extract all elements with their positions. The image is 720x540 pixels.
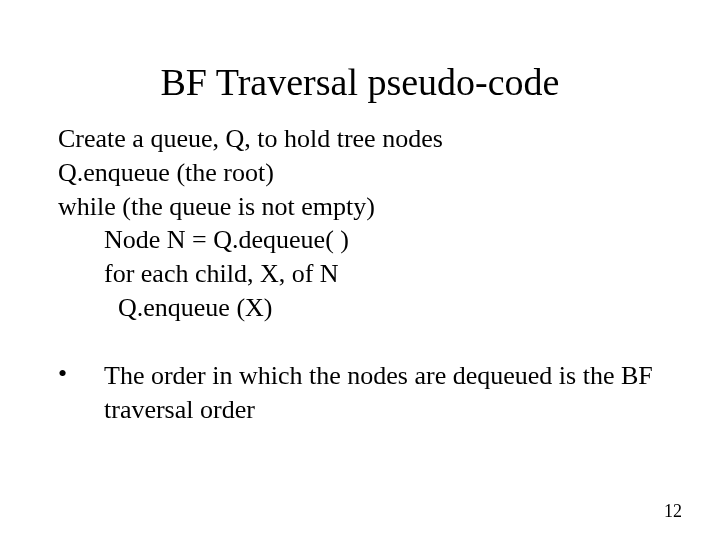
- code-line-2: Q.enqueue (the root): [58, 156, 662, 190]
- pseudo-code-block: Create a queue, Q, to hold tree nodes Q.…: [58, 122, 662, 325]
- slide-container: BF Traversal pseudo-code Create a queue,…: [0, 0, 720, 540]
- code-line-4: Node N = Q.dequeue( ): [58, 223, 662, 257]
- code-line-6: Q.enqueue (X): [58, 291, 662, 325]
- bullet-text: The order in which the nodes are dequeue…: [104, 359, 662, 427]
- page-number: 12: [664, 501, 682, 522]
- code-line-3: while (the queue is not empty): [58, 190, 662, 224]
- bullet-marker: •: [58, 359, 104, 389]
- slide-title: BF Traversal pseudo-code: [58, 60, 662, 104]
- code-line-5: for each child, X, of N: [58, 257, 662, 291]
- code-line-1: Create a queue, Q, to hold tree nodes: [58, 122, 662, 156]
- bullet-item: • The order in which the nodes are deque…: [58, 359, 662, 427]
